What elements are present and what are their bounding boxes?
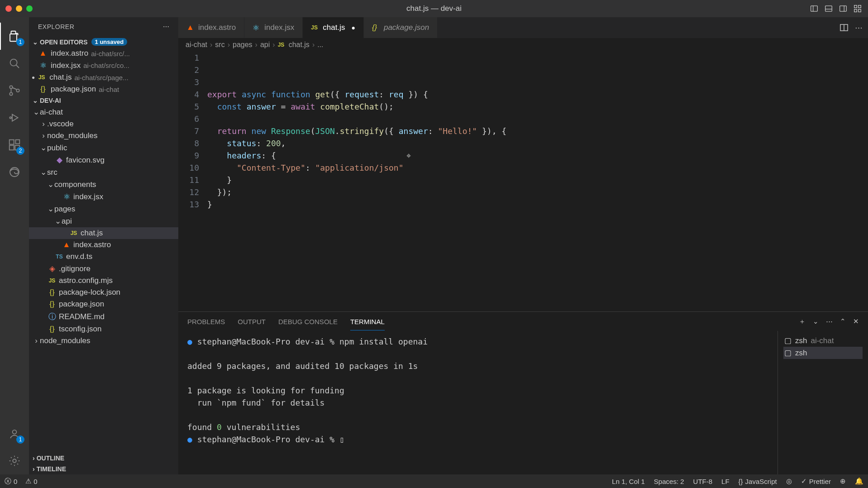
activity-extensions-icon[interactable]: 2	[0, 131, 29, 158]
panel-tab-problems[interactable]: PROBLEMS	[187, 318, 225, 325]
code-content[interactable]: export async function get({ request: req…	[207, 52, 868, 311]
status-indentation[interactable]: Spaces: 2	[654, 478, 684, 485]
folder-section[interactable]: ⌄ DEV-AI	[29, 95, 178, 106]
window-maximize-button[interactable]	[26, 5, 33, 12]
breadcrumb[interactable]: ai-chat› src› pages› api› JS chat.js› ..…	[178, 38, 868, 52]
code-editor[interactable]: 12345678910111213 export async function …	[178, 52, 868, 311]
breadcrumb-item[interactable]: src	[215, 41, 224, 49]
tree-file[interactable]: {}package-lock.json	[29, 287, 178, 298]
split-editor-icon[interactable]	[839, 23, 849, 32]
tree-folder[interactable]: ⌄public	[29, 142, 178, 154]
breadcrumb-item[interactable]: pages	[233, 41, 253, 49]
panel-more-icon[interactable]: ⋯	[826, 317, 833, 325]
explorer-more-icon[interactable]: ⋯	[163, 23, 170, 30]
status-encoding[interactable]: UTF-8	[693, 478, 713, 485]
tree-file[interactable]: TSenv.d.ts	[29, 251, 178, 263]
terminal-item[interactable]: ▢zshai-chat	[783, 335, 863, 347]
status-feedback-icon[interactable]: ⊕	[840, 477, 846, 485]
activity-settings-icon[interactable]	[0, 447, 29, 474]
astro-icon: ▲	[62, 240, 72, 249]
open-editors-section[interactable]: ⌄ OPEN EDITORS 1 unsaved	[29, 36, 178, 48]
more-actions-icon[interactable]: ⋯	[855, 23, 863, 33]
window-minimize-button[interactable]	[16, 5, 22, 12]
file-label: astro.config.mjs	[59, 276, 113, 285]
tree-folder[interactable]: ›.vscode	[29, 118, 178, 130]
status-notifications-icon[interactable]: 🔔	[855, 477, 863, 485]
activity-explorer-icon[interactable]: 1	[0, 23, 29, 50]
activity-source-control-icon[interactable]	[0, 77, 29, 104]
explorer-badge: 1	[16, 38, 24, 46]
tree-file[interactable]: ▲index.astro	[29, 239, 178, 251]
tree-file[interactable]: ⚛index.jsx	[29, 191, 178, 203]
file-label: env.d.ts	[66, 252, 92, 261]
tree-file[interactable]: {}tsconfig.json	[29, 323, 178, 335]
folder-label: node_modules	[47, 131, 98, 140]
folder-label: ai-chat	[40, 108, 63, 117]
terminal-dir: ai-chat	[811, 336, 834, 345]
tree-folder[interactable]: ⌄ai-chat	[29, 106, 178, 118]
panel-tab-debug[interactable]: DEBUG CONSOLE	[278, 318, 338, 325]
tab-index-jsx[interactable]: ⚛index.jsx	[244, 17, 303, 38]
tree-file[interactable]: ◈.gitignore	[29, 263, 178, 275]
tab-label: chat.js	[323, 23, 345, 32]
status-eol[interactable]: LF	[721, 478, 730, 485]
open-editor-item[interactable]: {} package.json ai-chat	[29, 83, 178, 95]
tab-chat-js[interactable]: JSchat.js●	[303, 17, 364, 38]
tree-folder[interactable]: ›node_modules	[29, 130, 178, 142]
tab-index-astro[interactable]: ▲index.astro	[178, 17, 244, 38]
tree-file[interactable]: JSchat.js	[29, 227, 178, 239]
breadcrumb-item[interactable]: ai-chat	[186, 41, 207, 49]
file-label: index.astro	[73, 240, 111, 249]
status-warnings[interactable]: ⚠0	[25, 477, 37, 485]
file-path: ai-chat/src/...	[91, 50, 130, 57]
tree-file[interactable]: ⓘREADME.md	[29, 310, 178, 323]
timeline-section[interactable]: › TIMELINE	[29, 464, 178, 474]
status-live-share-icon[interactable]: ◎	[786, 477, 792, 485]
open-editor-item[interactable]: ▲ index.astro ai-chat/src/...	[29, 48, 178, 59]
activity-accounts-icon[interactable]: 1	[0, 420, 29, 447]
terminal-prompt: stephan@MacBook-Pro dev-ai %	[197, 337, 339, 346]
status-errors[interactable]: ⓧ0	[5, 477, 17, 486]
new-terminal-icon[interactable]: ＋	[799, 317, 806, 326]
tree-folder[interactable]: ⌄src	[29, 166, 178, 178]
breadcrumb-item[interactable]: api	[260, 41, 270, 49]
status-prettier[interactable]: ✓Prettier	[801, 477, 831, 485]
tree-folder[interactable]: ›node_modules	[29, 335, 178, 347]
status-cursor-position[interactable]: Ln 1, Col 1	[612, 478, 645, 485]
activity-run-debug-icon[interactable]	[0, 104, 29, 131]
tree-file[interactable]: ◆favicon.svg	[29, 154, 178, 166]
layout-sidebar-left-icon[interactable]	[809, 4, 819, 14]
breadcrumb-item[interactable]: ...	[317, 41, 323, 49]
terminal-line: 1 package is looking for funding	[187, 386, 344, 395]
terminal-output[interactable]: ● stephan@MacBook-Pro dev-ai % npm insta…	[178, 331, 777, 474]
activity-search-icon[interactable]	[0, 50, 29, 77]
activity-edge-icon[interactable]	[0, 158, 29, 186]
terminal-dropdown-icon[interactable]: ⌄	[813, 317, 819, 325]
tab-package-json[interactable]: {}package.json	[364, 17, 438, 38]
customize-layout-icon[interactable]	[853, 4, 863, 14]
panel-tab-output[interactable]: OUTPUT	[238, 318, 266, 325]
layout-sidebar-right-icon[interactable]	[838, 4, 848, 14]
tree-file[interactable]: {}package.json	[29, 298, 178, 310]
open-editor-item[interactable]: JS chat.js ai-chat/src/page...	[29, 72, 178, 83]
tree-folder[interactable]: ⌄pages	[29, 203, 178, 215]
breadcrumb-item[interactable]: chat.js	[289, 41, 310, 49]
sidebar: EXPLORER ⋯ ⌄ OPEN EDITORS 1 unsaved ▲ in…	[29, 17, 178, 474]
editor-area: ▲index.astro ⚛index.jsx JSchat.js● {}pac…	[178, 17, 868, 474]
file-name: index.astro	[51, 49, 88, 58]
open-editor-item[interactable]: ⚛ index.jsx ai-chat/src/co...	[29, 59, 178, 72]
window-close-button[interactable]	[5, 5, 12, 12]
outline-section[interactable]: › OUTLINE	[29, 453, 178, 464]
panel-tab-terminal[interactable]: TERMINAL	[350, 318, 385, 330]
svg-marker-16	[12, 115, 18, 121]
layout-panel-icon[interactable]	[824, 4, 834, 14]
file-path: ai-chat/src/co...	[83, 62, 129, 69]
status-language[interactable]: {}JavaScript	[739, 478, 777, 485]
tree-folder[interactable]: ⌄components	[29, 178, 178, 191]
terminal-item[interactable]: ▢zsh	[783, 347, 863, 359]
panel-maximize-icon[interactable]: ⌃	[840, 317, 846, 325]
terminal-cursor-icon: ▯	[339, 435, 344, 444]
tree-folder[interactable]: ⌄api	[29, 215, 178, 227]
tree-file[interactable]: JSastro.config.mjs	[29, 275, 178, 287]
panel-close-icon[interactable]: ✕	[853, 317, 859, 325]
